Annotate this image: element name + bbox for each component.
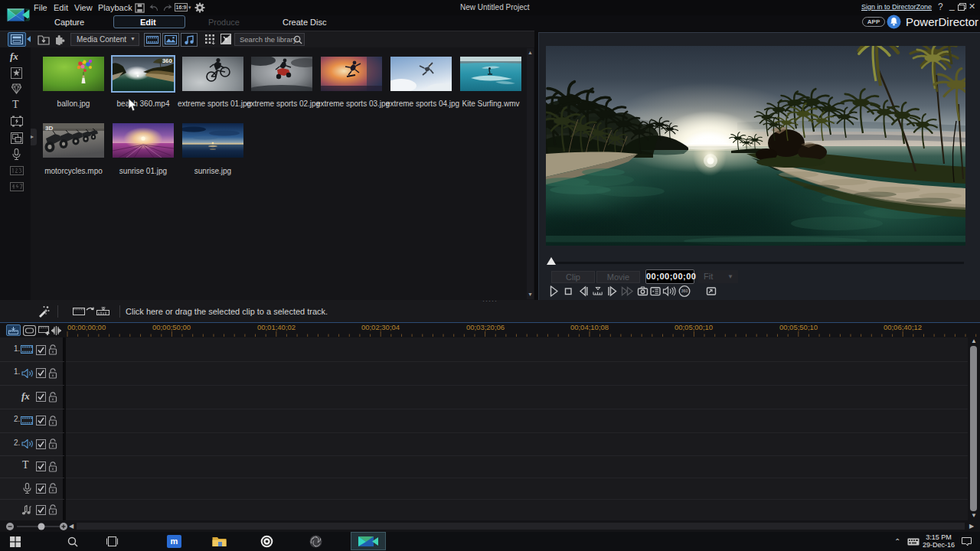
svg-text:00;04;10;08: 00;04;10;08 (570, 323, 609, 331)
svg-text:00;05;00;10: 00;05;00;10 (675, 323, 713, 331)
svg-text:3D: 3D (45, 125, 53, 132)
svg-text:360: 360 (681, 289, 688, 293)
svg-text:360: 360 (162, 57, 173, 64)
svg-text:00;06;40;12: 00;06;40;12 (884, 323, 922, 331)
svg-text:00;02;30;04: 00;02;30;04 (361, 323, 400, 331)
svg-text:00;01;40;02: 00;01;40;02 (257, 323, 296, 331)
svg-text:00;03;20;06: 00;03;20;06 (466, 323, 505, 331)
svg-text:00;00;00;00: 00;00;00;00 (67, 323, 106, 331)
svg-text:00;00;50;00: 00;00;50;00 (152, 323, 191, 331)
svg-text:00;05;50;10: 00;05;50;10 (779, 323, 818, 331)
